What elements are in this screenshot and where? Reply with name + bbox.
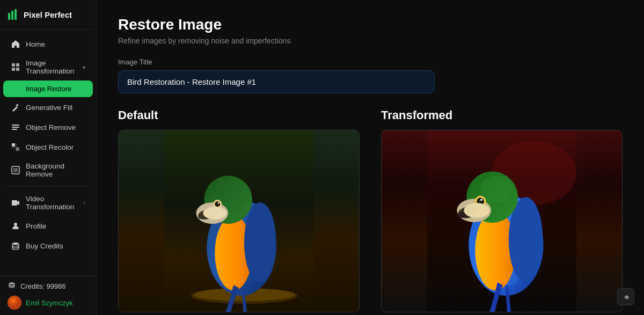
- sidebar-item-object-recolor-label: Object Recolor: [26, 143, 74, 151]
- sidebar: Pixel Perfect Home: [0, 0, 97, 315]
- wand-icon: [11, 102, 20, 112]
- sidebar-item-profile[interactable]: Profile: [3, 216, 93, 236]
- svg-rect-6: [16, 68, 19, 71]
- sidebar-item-home-label: Home: [26, 40, 45, 48]
- svg-point-27: [218, 202, 219, 204]
- sidebar-item-profile-label: Profile: [26, 222, 46, 230]
- logo-icon: [8, 9, 19, 20]
- svg-rect-11: [16, 148, 19, 151]
- image-transform-icon: [11, 62, 20, 72]
- video-group-header-left: Video Transformation: [11, 195, 84, 211]
- sidebar-item-generative-fill-label: Generative Fill: [26, 104, 72, 112]
- group-image-transformation-label: Image Transformation: [26, 59, 83, 75]
- svg-rect-0: [8, 13, 10, 20]
- svg-rect-5: [12, 68, 15, 71]
- avatar: [8, 296, 21, 310]
- nav-divider: [8, 186, 89, 187]
- svg-rect-13: [12, 200, 17, 206]
- lines-icon: [11, 122, 20, 132]
- svg-rect-10: [12, 143, 15, 146]
- page-subtitle: Refine images by removing noise and impe…: [118, 36, 623, 45]
- credits-row: Credits: 99986: [8, 281, 89, 291]
- svg-point-16: [9, 282, 14, 284]
- sidebar-item-background-remove[interactable]: Background Remove: [3, 157, 93, 183]
- sidebar-item-image-restore[interactable]: Image Restore: [3, 80, 93, 97]
- svg-point-14: [14, 223, 17, 226]
- sidebar-group-video-transformation[interactable]: Video Transformation ›: [3, 190, 93, 216]
- image-title-input[interactable]: [118, 70, 435, 93]
- credits-icon: [11, 241, 20, 251]
- recolor-icon: [11, 142, 20, 152]
- sidebar-item-object-recolor[interactable]: Object Recolor: [3, 137, 93, 157]
- transformed-parrot-image: [382, 130, 622, 312]
- svg-point-28: [203, 207, 226, 219]
- images-section: Default: [118, 108, 623, 312]
- svg-rect-3: [12, 63, 15, 67]
- coins-icon: [8, 281, 16, 291]
- svg-point-41: [480, 199, 482, 201]
- chevron-down-icon: ▾: [83, 64, 85, 70]
- video-icon: [11, 198, 20, 208]
- default-label: Default: [118, 108, 360, 122]
- sidebar-item-buy-credits[interactable]: Buy Credits: [3, 236, 93, 255]
- sidebar-item-object-remove-label: Object Remove: [26, 123, 76, 131]
- sidebar-item-video-transformation-label: Video Transformation: [26, 195, 84, 211]
- svg-rect-4: [16, 63, 19, 67]
- image-title-label: Image Title: [118, 58, 623, 66]
- svg-point-44: [464, 203, 489, 218]
- chevron-right-icon: ›: [84, 200, 85, 206]
- sidebar-bottom: Credits: 99986 Emil Szymczyk: [0, 275, 96, 315]
- user-name: Emil Szymczyk: [26, 299, 72, 307]
- avatar-image: [8, 296, 21, 310]
- group-header-left: Image Transformation: [11, 59, 83, 75]
- sidebar-item-object-remove[interactable]: Object Remove: [3, 118, 93, 137]
- sidebar-item-generative-fill[interactable]: Generative Fill: [3, 98, 93, 117]
- svg-rect-8: [12, 127, 19, 128]
- sidebar-item-buy-credits-label: Buy Credits: [26, 242, 63, 250]
- logo-area: Pixel Perfect: [0, 0, 96, 30]
- svg-rect-7: [12, 124, 19, 126]
- page-title: Restore Image: [118, 16, 623, 33]
- transformed-label: Transformed: [381, 108, 623, 122]
- credits-amount: Credits: 99986: [20, 282, 66, 290]
- bg-remove-icon: [11, 165, 20, 175]
- sidebar-item-image-restore-label: Image Restore: [26, 85, 71, 93]
- svg-rect-2: [14, 9, 17, 20]
- image-title-field: Image Title: [118, 58, 623, 108]
- svg-point-26: [215, 201, 220, 207]
- default-parrot-image: [119, 130, 359, 312]
- svg-point-42: [479, 200, 480, 201]
- home-icon: [11, 39, 20, 49]
- svg-rect-1: [11, 11, 13, 20]
- sidebar-nav: Home Image Transformation ▾ Image Restor…: [0, 30, 96, 275]
- transformed-image-col: Transformed: [381, 108, 623, 312]
- default-image-col: Default: [118, 108, 360, 312]
- main-content: Restore Image Refine images by removing …: [97, 0, 644, 315]
- default-image-frame: [118, 130, 360, 312]
- user-row[interactable]: Emil Szymczyk: [8, 296, 89, 310]
- svg-rect-9: [12, 129, 17, 130]
- sidebar-item-background-remove-label: Background Remove: [26, 162, 85, 178]
- sidebar-group-image-transformation[interactable]: Image Transformation ▾: [3, 54, 93, 80]
- svg-point-15: [12, 243, 19, 245]
- logo-text: Pixel Perfect: [24, 10, 72, 19]
- svg-point-22: [244, 202, 276, 282]
- profile-icon: [11, 221, 20, 231]
- sidebar-item-home[interactable]: Home: [3, 34, 93, 54]
- transformed-image-frame: [381, 130, 623, 312]
- settings-button[interactable]: [617, 288, 634, 305]
